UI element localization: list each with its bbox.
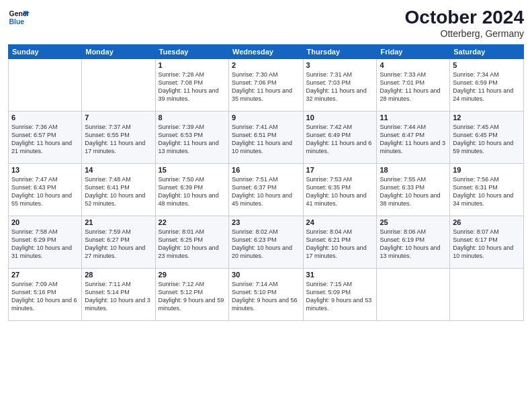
day-number: 29 (159, 271, 226, 279)
day-number: 10 (306, 113, 374, 122)
header-tuesday: Tuesday (155, 45, 228, 59)
calendar-week-row: 1Sunrise: 7:28 AM Sunset: 7:08 PM Daylig… (9, 59, 524, 111)
day-info: Sunrise: 7:39 AM Sunset: 6:53 PM Dayligh… (159, 123, 226, 156)
day-info: Sunrise: 7:33 AM Sunset: 7:01 PM Dayligh… (380, 71, 447, 103)
day-info: Sunrise: 7:59 AM Sunset: 6:27 PM Dayligh… (85, 228, 152, 261)
table-row: 19Sunrise: 7:56 AM Sunset: 6:31 PM Dayli… (450, 164, 524, 216)
table-row: 4Sunrise: 7:33 AM Sunset: 7:01 PM Daylig… (377, 59, 450, 111)
day-number: 11 (380, 113, 447, 122)
day-info: Sunrise: 8:06 AM Sunset: 6:19 PM Dayligh… (380, 228, 447, 261)
header-saturday: Saturday (450, 45, 524, 59)
day-info: Sunrise: 7:11 AM Sunset: 5:14 PM Dayligh… (85, 280, 152, 313)
table-row: 13Sunrise: 7:47 AM Sunset: 6:43 PM Dayli… (9, 164, 82, 216)
table-row: 6Sunrise: 7:36 AM Sunset: 6:57 PM Daylig… (9, 111, 82, 164)
table-row (82, 59, 155, 111)
day-number: 24 (306, 218, 374, 226)
table-row: 31Sunrise: 7:15 AM Sunset: 5:09 PM Dayli… (303, 269, 377, 321)
header: General Blue October 2024 Otterberg, Ger… (8, 7, 524, 39)
day-info: Sunrise: 7:31 AM Sunset: 7:03 PM Dayligh… (306, 71, 374, 103)
day-number: 8 (159, 113, 226, 122)
day-info: Sunrise: 8:07 AM Sunset: 6:17 PM Dayligh… (453, 228, 521, 261)
day-number: 19 (453, 166, 521, 174)
day-info: Sunrise: 7:53 AM Sunset: 6:35 PM Dayligh… (306, 175, 374, 208)
calendar-table: Sunday Monday Tuesday Wednesday Thursday… (8, 44, 524, 321)
table-row: 7Sunrise: 7:37 AM Sunset: 6:55 PM Daylig… (82, 111, 155, 164)
day-info: Sunrise: 7:34 AM Sunset: 6:59 PM Dayligh… (453, 71, 521, 103)
day-info: Sunrise: 7:42 AM Sunset: 6:49 PM Dayligh… (306, 123, 374, 156)
day-info: Sunrise: 7:50 AM Sunset: 6:39 PM Dayligh… (159, 175, 226, 208)
day-info: Sunrise: 7:55 AM Sunset: 6:33 PM Dayligh… (380, 175, 447, 208)
day-info: Sunrise: 7:28 AM Sunset: 7:08 PM Dayligh… (159, 71, 226, 103)
day-number: 21 (85, 218, 152, 226)
header-sunday: Sunday (9, 45, 82, 59)
table-row: 8Sunrise: 7:39 AM Sunset: 6:53 PM Daylig… (155, 111, 228, 164)
table-row (9, 59, 82, 111)
day-number: 15 (159, 166, 226, 174)
day-number: 16 (232, 166, 300, 174)
table-row: 28Sunrise: 7:11 AM Sunset: 5:14 PM Dayli… (82, 269, 155, 321)
calendar-week-row: 13Sunrise: 7:47 AM Sunset: 6:43 PM Dayli… (9, 164, 524, 216)
day-number: 20 (11, 218, 79, 226)
location-subtitle: Otterberg, Germany (405, 28, 524, 39)
day-info: Sunrise: 8:01 AM Sunset: 6:25 PM Dayligh… (159, 228, 226, 261)
day-number: 7 (85, 113, 152, 122)
table-row (377, 269, 450, 321)
header-friday: Friday (377, 45, 450, 59)
day-info: Sunrise: 7:14 AM Sunset: 5:10 PM Dayligh… (232, 280, 300, 313)
table-row: 26Sunrise: 8:07 AM Sunset: 6:17 PM Dayli… (450, 216, 524, 269)
table-row: 3Sunrise: 7:31 AM Sunset: 7:03 PM Daylig… (303, 59, 377, 111)
table-row: 16Sunrise: 7:51 AM Sunset: 6:37 PM Dayli… (229, 164, 304, 216)
table-row: 22Sunrise: 8:01 AM Sunset: 6:25 PM Dayli… (155, 216, 228, 269)
day-info: Sunrise: 8:02 AM Sunset: 6:23 PM Dayligh… (232, 228, 300, 261)
title-block: October 2024 Otterberg, Germany (405, 7, 524, 39)
page: General Blue October 2024 Otterberg, Ger… (0, 0, 532, 411)
table-row: 9Sunrise: 7:41 AM Sunset: 6:51 PM Daylig… (229, 111, 304, 164)
day-info: Sunrise: 7:30 AM Sunset: 7:06 PM Dayligh… (232, 71, 300, 103)
table-row: 17Sunrise: 7:53 AM Sunset: 6:35 PM Dayli… (303, 164, 377, 216)
header-monday: Monday (82, 45, 155, 59)
day-info: Sunrise: 7:56 AM Sunset: 6:31 PM Dayligh… (453, 175, 521, 208)
table-row: 23Sunrise: 8:02 AM Sunset: 6:23 PM Dayli… (229, 216, 304, 269)
day-number: 22 (159, 218, 226, 226)
table-row: 27Sunrise: 7:09 AM Sunset: 5:16 PM Dayli… (9, 269, 82, 321)
day-info: Sunrise: 7:09 AM Sunset: 5:16 PM Dayligh… (11, 280, 79, 313)
day-info: Sunrise: 7:44 AM Sunset: 6:47 PM Dayligh… (380, 123, 447, 156)
table-row: 5Sunrise: 7:34 AM Sunset: 6:59 PM Daylig… (450, 59, 524, 111)
calendar-week-row: 6Sunrise: 7:36 AM Sunset: 6:57 PM Daylig… (9, 111, 524, 164)
day-info: Sunrise: 7:36 AM Sunset: 6:57 PM Dayligh… (11, 123, 79, 156)
day-info: Sunrise: 7:12 AM Sunset: 5:12 PM Dayligh… (159, 280, 226, 313)
day-number: 26 (453, 218, 521, 226)
header-wednesday: Wednesday (229, 45, 304, 59)
day-number: 31 (306, 271, 374, 279)
table-row: 18Sunrise: 7:55 AM Sunset: 6:33 PM Dayli… (377, 164, 450, 216)
day-number: 18 (380, 166, 447, 174)
day-number: 23 (232, 218, 300, 226)
day-number: 3 (306, 61, 374, 69)
day-info: Sunrise: 7:37 AM Sunset: 6:55 PM Dayligh… (85, 123, 152, 156)
table-row (450, 269, 524, 321)
day-info: Sunrise: 8:04 AM Sunset: 6:21 PM Dayligh… (306, 228, 374, 261)
table-row: 12Sunrise: 7:45 AM Sunset: 6:45 PM Dayli… (450, 111, 524, 164)
weekday-header-row: Sunday Monday Tuesday Wednesday Thursday… (9, 45, 524, 59)
day-number: 9 (232, 113, 300, 122)
table-row: 1Sunrise: 7:28 AM Sunset: 7:08 PM Daylig… (155, 59, 228, 111)
table-row: 20Sunrise: 7:58 AM Sunset: 6:29 PM Dayli… (9, 216, 82, 269)
day-number: 17 (306, 166, 374, 174)
day-number: 27 (11, 271, 79, 279)
day-number: 4 (380, 61, 447, 69)
day-number: 30 (232, 271, 300, 279)
day-number: 5 (453, 61, 521, 69)
table-row: 30Sunrise: 7:14 AM Sunset: 5:10 PM Dayli… (229, 269, 304, 321)
table-row: 29Sunrise: 7:12 AM Sunset: 5:12 PM Dayli… (155, 269, 228, 321)
table-row: 15Sunrise: 7:50 AM Sunset: 6:39 PM Dayli… (155, 164, 228, 216)
day-info: Sunrise: 7:15 AM Sunset: 5:09 PM Dayligh… (306, 280, 374, 313)
day-number: 14 (85, 166, 152, 174)
month-year-title: October 2024 (405, 7, 524, 28)
day-info: Sunrise: 7:58 AM Sunset: 6:29 PM Dayligh… (11, 228, 79, 261)
table-row: 24Sunrise: 8:04 AM Sunset: 6:21 PM Dayli… (303, 216, 377, 269)
table-row: 10Sunrise: 7:42 AM Sunset: 6:49 PM Dayli… (303, 111, 377, 164)
day-number: 1 (159, 61, 226, 69)
calendar-week-row: 20Sunrise: 7:58 AM Sunset: 6:29 PM Dayli… (9, 216, 524, 269)
header-thursday: Thursday (303, 45, 377, 59)
day-info: Sunrise: 7:51 AM Sunset: 6:37 PM Dayligh… (232, 175, 300, 208)
